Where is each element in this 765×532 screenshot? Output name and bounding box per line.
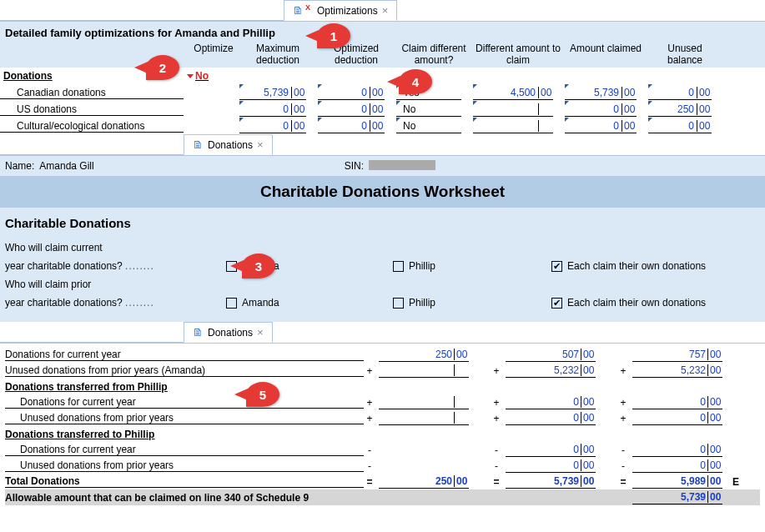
amount-cell[interactable]	[379, 443, 469, 457]
amount-cell[interactable]: 000	[506, 395, 596, 409]
tab-bar-top: 🗎 X Optimizations ×	[0, 0, 765, 22]
optimize-value: No	[195, 70, 209, 82]
amount-claimed-cell[interactable]: 000	[565, 102, 637, 117]
columns-header: Optimize Maximum deduction Optimized ded…	[5, 43, 760, 66]
col-amount-claimed: Amount claimed	[564, 43, 647, 66]
section-donations-row: Donations No	[0, 68, 765, 84]
taxpayer-info-bar: Name: Amanda Gill SIN:	[0, 156, 765, 176]
optimized-deduction-cell[interactable]: 000	[318, 85, 385, 100]
amount-cell[interactable]: 5,23200	[506, 364, 596, 378]
optimized-deduction-cell[interactable]: 000	[318, 102, 385, 117]
amount-cell[interactable]: 000	[506, 459, 596, 473]
col-optimize: Optimize	[189, 43, 239, 66]
tab-bar-donations: 🗎 Donations ×	[0, 134, 765, 156]
tab-marker-icon: X	[305, 3, 310, 12]
amount-claimed-cell[interactable]: 5,73900	[565, 85, 637, 100]
document-icon: 🗎	[293, 4, 304, 17]
different-amount-cell[interactable]: 4,50000	[473, 85, 553, 100]
amount-cell[interactable]: .	[379, 364, 469, 378]
row-cultural-donations: Cultural/ecological donations 000 000 No…	[0, 118, 765, 134]
amount-cell[interactable]: .	[379, 395, 469, 409]
row-label: Canadian donations	[0, 87, 184, 99]
amount-cell[interactable]: 5,73900	[506, 474, 596, 489]
amount-cell[interactable]: 5,73900	[632, 490, 722, 504]
unused-balance-cell[interactable]: 000	[648, 85, 712, 100]
checkbox-each-own[interactable]: Each claim their own donations	[551, 260, 727, 272]
amount-cell[interactable]: 25000	[379, 348, 469, 362]
close-icon[interactable]: ×	[257, 326, 264, 339]
checkbox-each-own-prior[interactable]: Each claim their own donations	[551, 297, 727, 309]
chevron-down-icon	[187, 74, 194, 78]
ws-heading-transferred-from: Donations transferred from Phillip	[5, 379, 760, 394]
tab-spacer	[0, 0, 284, 21]
name-value: Amanda Gill	[39, 160, 93, 172]
tab-label: Donations	[208, 139, 253, 151]
question-prior-year-line1: Who will claim prior	[5, 275, 760, 294]
tab-donations[interactable]: 🗎 Donations ×	[184, 134, 273, 155]
sin-masked-value	[369, 160, 435, 170]
amount-claimed-cell[interactable]: 000	[565, 118, 637, 133]
tab-spacer	[0, 322, 184, 343]
row-label: US donations	[0, 103, 184, 116]
tab-bar-donations-2: 🗎 Donations ×	[0, 322, 765, 344]
tab-label: Donations	[208, 327, 253, 339]
amount-cell[interactable]: 000	[632, 443, 722, 457]
close-icon[interactable]: ×	[257, 138, 264, 151]
amount-cell[interactable]: 000	[632, 395, 722, 409]
optimize-cell[interactable]: No	[184, 70, 234, 82]
amount-cell[interactable]: 000	[506, 443, 596, 457]
max-deduction-cell[interactable]: 000	[239, 118, 306, 133]
amount-cell[interactable]: .	[379, 411, 469, 425]
tab-optimizations[interactable]: 🗎 X Optimizations ×	[284, 0, 397, 21]
callout-3: 3	[242, 253, 275, 279]
ws-row-unused-prior-amanda: Unused donations from prior years (Amand…	[5, 363, 760, 379]
checkbox-amanda-prior[interactable]: Amanda	[226, 297, 360, 309]
optimized-deduction-cell[interactable]: 000	[318, 118, 385, 133]
col-different-amount: Different amount to claim	[472, 43, 564, 66]
callout-4: 4	[399, 69, 432, 94]
sin-label: SIN:	[345, 160, 364, 172]
charitable-donations-heading: Charitable Donations	[0, 208, 765, 235]
ws-row-total: Total Donations = 25000 = 5,73900 = 5,98…	[5, 474, 760, 489]
max-deduction-cell[interactable]: 000	[239, 102, 306, 117]
ws-row-tf-prior: Unused donations from prior years + . + …	[5, 410, 760, 426]
ws-row-tt-prior: Unused donations from prior years - - 00…	[5, 458, 760, 474]
amount-cell[interactable]: 5,23200	[632, 364, 722, 378]
different-amount-cell[interactable]	[473, 118, 553, 133]
suffix-e: E	[726, 476, 739, 488]
max-deduction-cell[interactable]: 5,73900	[239, 85, 306, 100]
amount-cell[interactable]: 000	[632, 459, 722, 473]
amount-cell[interactable]: 000	[506, 411, 596, 425]
callout-1: 1	[317, 23, 350, 48]
close-icon[interactable]: ×	[382, 4, 389, 17]
ws-row-tt-current: Donations for current year - - 000 - 000	[5, 442, 760, 458]
row-us-donations: US donations 000 000 No 000 25000	[0, 101, 765, 118]
claim-different-cell[interactable]: No	[396, 102, 461, 117]
unused-balance-cell[interactable]: 25000	[648, 102, 712, 117]
checkbox-checked-icon	[551, 261, 562, 272]
checkbox-checked-icon	[551, 298, 562, 309]
document-icon: 🗎	[193, 138, 204, 151]
unused-balance-cell[interactable]: 000	[648, 118, 712, 133]
name-label: Name:	[5, 160, 34, 172]
tab-donations-2[interactable]: 🗎 Donations ×	[184, 322, 273, 343]
callout-2: 2	[146, 55, 179, 80]
checkbox-icon	[393, 298, 404, 309]
question-current-year-line2: year charitable donations? ........ Aman…	[5, 257, 760, 275]
amount-cell[interactable]: 5,98900	[632, 474, 722, 489]
amount-cell[interactable]: 000	[632, 411, 722, 425]
amount-cell[interactable]: 50700	[506, 348, 596, 362]
checkbox-phillip[interactable]: Phillip	[393, 260, 518, 272]
claim-different-cell[interactable]: No	[396, 118, 461, 133]
question-prior-year-line2: year charitable donations? ........ Aman…	[5, 294, 760, 312]
amount-cell[interactable]	[379, 459, 469, 473]
callout-5: 5	[246, 382, 279, 407]
optimizations-header: Detailed family optimizations for Amanda…	[0, 22, 765, 68]
amount-cell[interactable]: 75700	[632, 348, 722, 362]
checkbox-phillip-prior[interactable]: Phillip	[393, 297, 518, 309]
amount-cell[interactable]: 25000	[379, 474, 469, 489]
row-label: Cultural/ecological donations	[0, 120, 184, 133]
different-amount-cell[interactable]	[473, 102, 553, 117]
checkbox-icon	[226, 298, 237, 309]
col-unused-balance: Unused balance	[647, 43, 722, 66]
